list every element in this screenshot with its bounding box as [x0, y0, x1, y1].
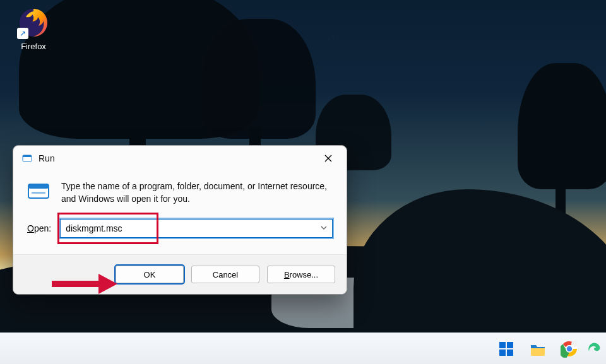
svg-rect-10	[499, 349, 506, 356]
shortcut-badge-icon: ↗	[17, 28, 28, 39]
ok-button[interactable]: OK	[116, 266, 184, 283]
chrome-icon	[561, 340, 578, 358]
taskbar-edge[interactable]	[587, 336, 601, 361]
taskbar-chrome[interactable]	[556, 336, 583, 361]
svg-rect-4	[28, 184, 49, 189]
title-bar[interactable]: Run	[13, 146, 347, 171]
taskbar-start-button[interactable]	[492, 336, 520, 361]
dialog-button-row: OK Cancel Browse...	[13, 255, 347, 294]
cancel-button[interactable]: Cancel	[191, 266, 259, 283]
svg-point-16	[571, 341, 578, 347]
svg-rect-5	[32, 192, 45, 194]
svg-rect-8	[499, 342, 506, 348]
svg-rect-11	[507, 349, 513, 356]
dialog-description: Type the name of a program, folder, docu…	[61, 180, 333, 205]
taskbar-file-explorer[interactable]	[524, 336, 552, 361]
svg-rect-2	[23, 155, 32, 157]
open-label: Open:	[27, 223, 51, 233]
firefox-icon: ↗	[17, 6, 50, 39]
desktop-icon-label: Firefox	[11, 42, 56, 51]
taskbar	[0, 332, 606, 364]
close-icon	[324, 155, 332, 162]
edge-icon	[587, 340, 601, 358]
desktop-icon-firefox[interactable]: ↗ Firefox	[11, 6, 56, 51]
svg-rect-9	[507, 342, 513, 348]
desktop[interactable]: ↗ Firefox Run Type the name of a program…	[0, 0, 606, 364]
run-large-icon	[27, 180, 50, 203]
file-explorer-icon	[529, 340, 547, 358]
browse-button[interactable]: Browse...	[267, 266, 335, 283]
windows-logo-icon	[497, 340, 515, 358]
close-button[interactable]	[315, 149, 342, 168]
open-input[interactable]	[60, 219, 333, 238]
run-dialog: Run Type the name of a program, folder, …	[13, 145, 347, 295]
dialog-title: Run	[39, 153, 315, 163]
run-app-icon	[22, 153, 32, 163]
